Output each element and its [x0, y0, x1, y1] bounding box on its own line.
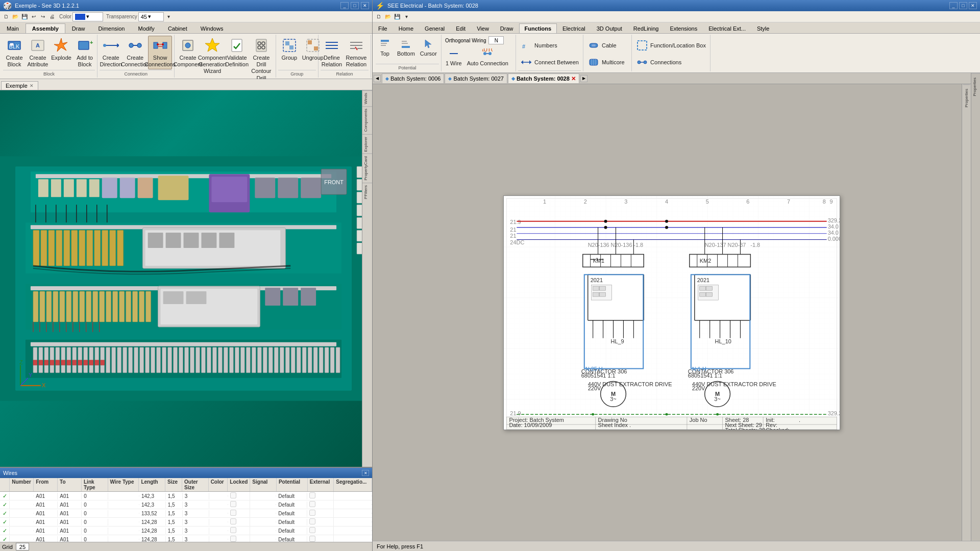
connections-btn[interactable]: Connections [634, 55, 683, 70]
component-wizard-btn[interactable]: Component Generation Wizard [200, 36, 225, 77]
wires-row-1[interactable]: ✓ A01 A01 0 142,3 1,5 3 Default [0, 500, 372, 509]
ribbon-tab-dimension[interactable]: Dimension [92, 23, 132, 33]
sheet-tab-0006[interactable]: ◆ Batch System: 0006 [382, 73, 444, 83]
cable-btn[interactable]: Cable [585, 38, 619, 54]
auto-conn-btn[interactable]: AUTO Auto Connection [465, 46, 510, 68]
3-wires-btn[interactable]: 3 Wires [444, 70, 467, 72]
right-qa-arrow[interactable]: ▾ [402, 13, 410, 21]
show-connections-btn[interactable]: Show Connections [148, 36, 172, 69]
wire-rubber-btn[interactable]: Wire rubberband [468, 70, 513, 72]
right-close-btn[interactable]: ✕ [969, 2, 977, 9]
wires-row-4[interactable]: ✓ A01 A01 0 124,28 1,5 3 Default [0, 527, 372, 535]
remove-relation-btn[interactable]: Remove Relation [344, 36, 369, 69]
right-tab-electrical[interactable]: Electrical [557, 23, 591, 33]
ribbon-tab-assembly[interactable]: Assembly [26, 23, 65, 33]
right-tab-electrical-ext...[interactable]: Electrical Ext... [703, 23, 751, 33]
connect-between-btn[interactable]: Connect Between [518, 55, 581, 70]
side-tab-property[interactable]: PropertyCard [362, 154, 372, 183]
right-tab-home[interactable]: Home [393, 23, 419, 33]
cursor-btn[interactable]: Cursor [418, 36, 439, 59]
create-direction-btn[interactable]: Create Direction [100, 36, 122, 69]
numbers-btn[interactable]: # Numbers [518, 38, 559, 54]
ribbon-tab-draw[interactable]: Draw [65, 23, 92, 33]
col-seg-header[interactable]: Segregatio... [334, 478, 372, 491]
col-from-header[interactable]: From [34, 478, 58, 491]
close-btn[interactable]: ✕ [361, 2, 369, 9]
col-link-header[interactable]: Link Type [82, 478, 108, 491]
right-tab-style[interactable]: Style [751, 23, 775, 33]
col-outer-header[interactable]: Outer Size [182, 478, 209, 491]
top-btn[interactable]: Top [376, 36, 394, 59]
col-locked-header[interactable]: Locked [228, 478, 250, 491]
right-tab-file[interactable]: File [373, 23, 393, 33]
maximize-btn[interactable]: □ [351, 2, 359, 9]
orth-wiring-value[interactable]: N [488, 36, 504, 44]
viewport-3d[interactable]: X Z Y FRONT Winds Components [0, 90, 372, 467]
wires-panel-close[interactable]: ✕ [362, 470, 369, 476]
schematic-area[interactable]: Properties [373, 84, 971, 541]
col-color-header[interactable]: Color [209, 478, 228, 491]
col-number-header[interactable]: Number [10, 478, 34, 491]
view-btn[interactable]: View [634, 71, 665, 72]
side-tab-components[interactable]: Components [362, 106, 372, 134]
col-external-header[interactable]: External [308, 478, 334, 491]
right-minimize-btn[interactable]: _ [949, 2, 958, 9]
right-qa-new[interactable]: 🗋 [375, 13, 383, 21]
sheet-next-btn[interactable]: ▶ [580, 75, 587, 82]
col-signal-header[interactable]: Signal [250, 478, 277, 491]
transparency-dropdown[interactable]: 45 ▾ [138, 12, 164, 21]
right-tab-general[interactable]: General [419, 23, 450, 33]
create-block-btn[interactable]: BLK Create Block [3, 36, 26, 69]
group-btn[interactable]: Group [278, 36, 301, 63]
define-relation-btn[interactable]: Define Relation [321, 36, 343, 69]
sheet-tab-0028-close[interactable]: ✕ [571, 76, 576, 82]
ribbon-tab-main[interactable]: Main [0, 23, 26, 33]
wires-row-0[interactable]: ✓ A01 A01 0 142,3 1,5 3 Default [0, 492, 372, 500]
col-wiretype-header[interactable]: Wire Type [108, 478, 139, 491]
schematic-paper[interactable]: 1 2 3 4 5 6 7 8 9 21.9 21 [503, 195, 840, 430]
grid-value[interactable]: 25 [16, 543, 29, 550]
sheet-tab-0028[interactable]: ◆ Batch System: 0028 ✕ [508, 73, 579, 83]
minimize-btn[interactable]: _ [340, 2, 349, 9]
col-length-header[interactable]: Length [139, 478, 165, 491]
sheet-prev-btn[interactable]: ◀ [374, 75, 381, 82]
right-tab-view[interactable]: View [471, 23, 495, 33]
side-tab-explorer[interactable]: Explorer [362, 134, 372, 154]
side-tab-pfilters[interactable]: PFilters [362, 183, 372, 201]
ribbon-tab-modify[interactable]: Modify [131, 23, 161, 33]
color-dropdown[interactable]: ▾ [72, 12, 103, 21]
qa-redo[interactable]: ↪ [39, 13, 47, 21]
right-qa-open[interactable]: 📂 [384, 13, 392, 21]
1-wire-btn[interactable]: 1 Wire [444, 46, 464, 68]
qa-save[interactable]: 💾 [20, 13, 29, 21]
right-side-properties-tab[interactable]: Properties [971, 73, 980, 100]
create-component-btn[interactable]: Create Component [177, 36, 199, 69]
qa-print[interactable]: 🖨 [48, 13, 56, 21]
qa-new[interactable]: 🗋 [2, 13, 10, 21]
right-tab-edit[interactable]: Edit [450, 23, 471, 33]
direction-btn[interactable]: Direction [585, 71, 626, 72]
col-to-header[interactable]: To [58, 478, 82, 491]
right-tab-3d-output[interactable]: 3D Output [591, 23, 628, 33]
func-loc-box-btn[interactable]: Function/Location Box [634, 38, 708, 54]
wires-row-3[interactable]: ✓ A01 A01 0 124,28 1,5 3 Default [0, 518, 372, 527]
add-to-block-btn[interactable]: + Add to Block [74, 36, 96, 69]
ribbon-tab-cabinet[interactable]: Cabinet [161, 23, 194, 33]
wires-row-5[interactable]: ✓ A01 A01 0 124,28 1,5 3 Default [0, 535, 372, 542]
col-size-header[interactable]: Size [165, 478, 182, 491]
sheet-tab-0027[interactable]: ◆ Batch System: 0027 [445, 73, 507, 83]
create-connection-btn[interactable]: Create Connection [123, 36, 147, 69]
right-tab-redlining[interactable]: RedLining [628, 23, 665, 33]
create-attribute-btn[interactable]: A Create Attribute [27, 36, 49, 69]
doc-tab-close[interactable]: ✕ [30, 83, 34, 88]
right-tab-draw[interactable]: Draw [495, 23, 519, 33]
qa-undo[interactable]: ↩ [30, 13, 38, 21]
right-restore-btn[interactable]: □ [959, 2, 967, 9]
ribbon-tab-windows[interactable]: Windows [194, 23, 230, 33]
qa-extra[interactable]: ▾ [165, 13, 173, 21]
doc-tab-exemple[interactable]: Exemple ✕ [1, 81, 38, 90]
explode-btn[interactable]: Explode [50, 36, 72, 63]
side-tab-winds[interactable]: Winds [362, 90, 372, 106]
multicore-btn[interactable]: Multicore [585, 55, 627, 70]
wires-row-2[interactable]: ✓ A01 A01 0 133,52 1,5 3 Default [0, 509, 372, 518]
